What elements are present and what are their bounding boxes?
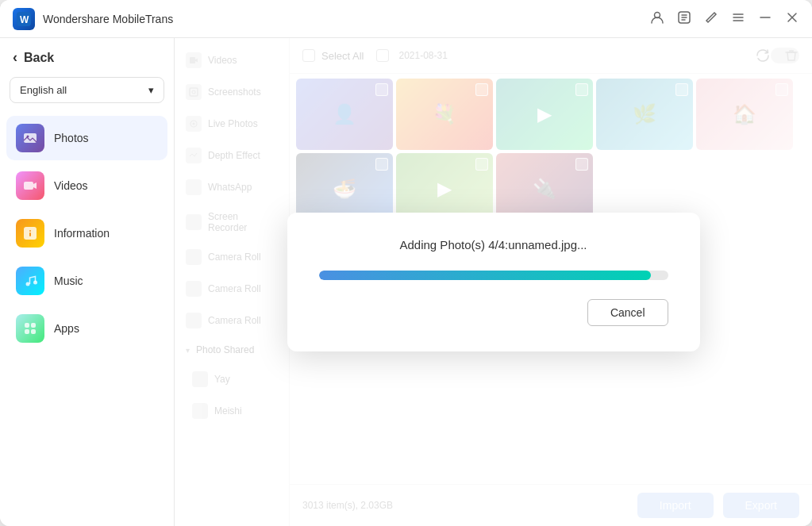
- modal-overlay: Adding Photo(s) 4/4:unnamed.jpg... Cance…: [175, 38, 812, 526]
- right-panel: Videos Screenshots Live Photos: [175, 38, 812, 526]
- language-label: English all: [20, 84, 67, 96]
- sidebar-nav: Photos Videos Information: [0, 113, 174, 526]
- information-icon: [16, 219, 44, 248]
- minimize-icon[interactable]: [758, 10, 772, 28]
- progress-bar-container: [319, 271, 668, 280]
- sidebar-item-apps[interactable]: Apps: [6, 306, 167, 351]
- svg-rect-9: [29, 232, 31, 236]
- svg-rect-13: [31, 323, 36, 328]
- music-icon: [16, 267, 44, 295]
- apps-icon: [16, 314, 44, 343]
- app-icon: W: [13, 8, 35, 30]
- videos-label: Videos: [54, 179, 88, 192]
- modal-message: Adding Photo(s) 4/4:unnamed.jpg...: [400, 238, 587, 251]
- close-icon[interactable]: [785, 10, 799, 28]
- svg-text:W: W: [20, 14, 29, 25]
- photos-icon: [16, 124, 44, 152]
- notification-icon[interactable]: [677, 10, 691, 28]
- title-bar: W Wondershare MobileTrans: [0, 0, 812, 38]
- svg-point-8: [29, 230, 31, 232]
- menu-icon[interactable]: [731, 10, 745, 28]
- sidebar-item-information[interactable]: Information: [6, 211, 167, 255]
- svg-point-11: [33, 281, 37, 285]
- account-icon[interactable]: [650, 10, 664, 28]
- music-label: Music: [54, 275, 83, 287]
- svg-rect-15: [31, 329, 36, 334]
- window-controls: [650, 10, 799, 28]
- apps-label: Apps: [54, 322, 79, 335]
- svg-rect-14: [25, 329, 29, 334]
- back-arrow-icon: ‹: [13, 49, 17, 66]
- information-label: Information: [54, 227, 110, 240]
- back-button[interactable]: ‹ Back: [13, 49, 54, 66]
- progress-modal: Adding Photo(s) 4/4:unnamed.jpg... Cance…: [287, 213, 700, 351]
- modal-cancel-button[interactable]: Cancel: [587, 299, 668, 326]
- sidebar: ‹ Back English all ▾ Photos: [0, 38, 175, 526]
- sidebar-item-music[interactable]: Music: [6, 259, 167, 303]
- back-label: Back: [24, 51, 54, 65]
- progress-bar-fill: [319, 271, 651, 280]
- svg-rect-6: [24, 182, 33, 190]
- photos-label: Photos: [54, 132, 89, 144]
- language-selector[interactable]: English all ▾: [10, 77, 164, 103]
- videos-icon: [16, 171, 44, 200]
- sidebar-item-photos[interactable]: Photos: [6, 116, 167, 160]
- svg-rect-12: [25, 323, 29, 328]
- sidebar-header: ‹ Back: [0, 38, 174, 77]
- sidebar-item-videos[interactable]: Videos: [6, 163, 167, 208]
- chevron-down-icon: ▾: [148, 84, 154, 96]
- edit-icon[interactable]: [704, 10, 718, 28]
- app-title: Wondershare MobileTrans: [43, 13, 173, 25]
